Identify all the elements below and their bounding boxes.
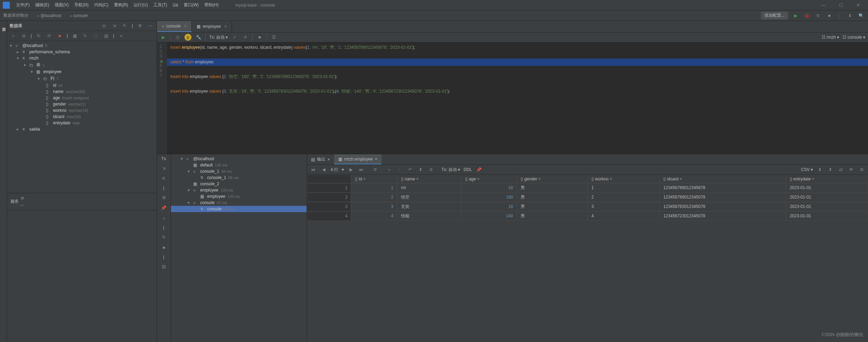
tree-columns[interactable]: ▾🗀列7 [7,75,157,82]
col-header[interactable]: ▯ name ÷ [397,175,461,183]
rerun-icon[interactable]: ↻ [160,234,167,241]
table-row[interactable]: 22悟空180男21234567890123450782023-01-01 [307,193,868,202]
service-node[interactable]: ▾⟐@localhost [171,156,307,162]
search-icon[interactable]: 🔍 [858,12,865,19]
breadcrumb-item[interactable]: 数据库控制台 [3,13,29,18]
ddl-button[interactable]: DDL [463,167,472,172]
menu-refactor[interactable]: 重构(R) [111,2,131,8]
run-icon[interactable]: ▶ [792,12,799,19]
add-config-button[interactable]: 添加配置... [761,11,788,20]
add-row-icon[interactable]: ＋ [386,166,393,173]
close-icon[interactable]: ✕ [855,2,862,9]
schema-badge[interactable]: ☷ rmzh ▾ [822,35,839,40]
session-badge[interactable]: ☷ console ▾ [843,35,865,40]
tree-column[interactable]: ▯agetinyint unsigned [7,95,157,101]
menu-view[interactable]: 视图(V) [52,2,71,8]
gear-icon[interactable]: ⚙ [19,195,26,202]
col-header[interactable]: ▯ workno ÷ [588,175,659,183]
menu-nav[interactable]: 导航(N) [71,2,91,8]
stop-icon[interactable]: ■ [826,12,833,19]
col-header[interactable]: ▯ idcard ÷ [659,175,786,183]
stop-icon[interactable]: ■ [160,244,167,251]
tree-column[interactable]: ▯gendervarchar(1) [7,101,157,107]
breadcrumb-item[interactable]: ⟐ @localhost [37,13,61,18]
sync-icon[interactable]: ⟳ [46,32,53,39]
expand-icon[interactable]: ⇲ [111,22,118,29]
tree-tables[interactable]: ▾🗀表1 [7,61,157,69]
tree-schema[interactable]: ▸≡performance_schema [7,49,157,55]
tx-icon[interactable]: Tx [161,156,166,161]
close-icon[interactable]: × [184,24,187,29]
menu-git[interactable]: Git [170,3,181,8]
console-icon[interactable]: ▤ [103,32,110,39]
layout-icon[interactable]: ▤ [160,263,167,270]
add-icon[interactable]: ＋ [160,215,167,222]
service-node[interactable]: ▾⟐console_156 ms [171,168,307,174]
tree-column[interactable]: ▯worknovarchar(10) [7,107,157,114]
collapse-icon[interactable]: ⇱ [160,175,167,182]
table-row[interactable]: 44悟能140男41234567230123450782023-01-01 [307,211,868,221]
col-header[interactable]: ▯ gender ÷ [517,175,588,183]
import-icon[interactable]: ⬆ [827,166,834,173]
table-icon[interactable]: ▦ [71,32,78,39]
tree-column[interactable]: ▯idcardchar(18) [7,114,157,120]
grid-icon[interactable]: ⊞ [160,194,167,201]
tree-column[interactable]: ▯namevarchar(50) [7,88,157,95]
tree-column[interactable]: ▯idint [7,82,157,88]
commit-icon[interactable]: ✓ [231,34,238,41]
rerun-icon[interactable]: ↻ [815,12,822,19]
tab-console[interactable]: ⟐console× [157,21,192,32]
first-icon[interactable]: ⏮ [310,166,317,173]
menu-window[interactable]: 窗口(W) [181,2,202,8]
gear-icon[interactable]: ⚙ [858,166,865,173]
explain-icon[interactable]: p [184,34,191,41]
result-tab[interactable]: ▦ rmzh.employee × [334,154,382,164]
service-node[interactable]: ▾⟐employee133 ms [171,187,307,193]
remove-row-icon[interactable]: － [396,166,403,173]
run-icon[interactable]: ▶ [160,34,167,41]
commit-icon[interactable]: ⬆ [417,166,424,173]
stop-icon[interactable]: ■ [56,32,63,39]
tree-table-employee[interactable]: ▾▦employee [7,69,157,75]
csv-dropdown[interactable]: CSV ▾ [801,167,813,172]
debug-icon[interactable]: 🐞 [803,12,810,19]
stop-icon[interactable]: ■ [256,34,263,41]
menu-help[interactable]: 帮助(H) [202,2,221,8]
refresh-icon[interactable]: ⟳ [372,166,379,173]
tree-schema[interactable]: ▾≡rmzh [7,55,157,61]
gear-icon[interactable]: ⚙ [136,22,143,29]
table-row[interactable]: 33玄奘18男31234567830123450782023-01-01 [307,202,868,211]
last-icon[interactable]: ⏭ [358,166,365,173]
diagram-icon[interactable]: ⬚ [92,32,99,39]
menu-tools[interactable]: 工具(T) [151,2,170,8]
refresh-icon[interactable]: ↻ [35,32,42,39]
service-node[interactable]: ↯console_156 ms [171,174,307,181]
code-editor[interactable]: 1234567 insert employee(id, name, age, g… [157,42,868,154]
copy-icon[interactable]: ⧉ [20,32,27,39]
service-node[interactable]: ▦default136 ms [171,162,307,168]
vcs-icon[interactable]: ⬇ [846,12,853,19]
more-icon[interactable]: » [118,32,124,39]
filter-icon[interactable]: ⇲ [160,165,167,172]
service-node[interactable]: ▾⟐console63 ms [171,200,307,206]
close-icon[interactable]: × [224,24,227,29]
service-node[interactable]: ▦employee133 ms [171,193,307,200]
output-tab[interactable]: ▤ 输出 × [307,154,334,164]
menu-run[interactable]: 运行(U) [131,2,151,8]
view-icon[interactable]: 👁 [848,166,855,173]
minimize-icon[interactable]: — [820,2,827,9]
target-icon[interactable]: ◎ [100,22,107,29]
service-node[interactable]: ↯console63 ms [171,206,307,212]
hide-icon[interactable]: — [147,22,154,29]
rollback-icon[interactable]: ↺ [242,34,249,41]
tx-mode[interactable]: Tx: 自动 ▾ [441,167,460,173]
edit-icon[interactable]: ✎ [82,32,89,39]
col-header[interactable]: ▯ id ÷ [351,175,397,183]
menu-edit[interactable]: 编辑(E) [32,2,52,8]
tree-column[interactable]: ▯entrydatedate [7,120,157,126]
maximize-icon[interactable]: ☐ [837,2,844,9]
menu-file[interactable]: 文件(F) [13,2,32,8]
breadcrumb-item[interactable]: ⟐ console [70,13,88,18]
collapse-icon[interactable]: ⇱ [121,22,128,29]
table-row[interactable]: 11rm18男11234567890123456782023-01-01 [307,183,868,193]
